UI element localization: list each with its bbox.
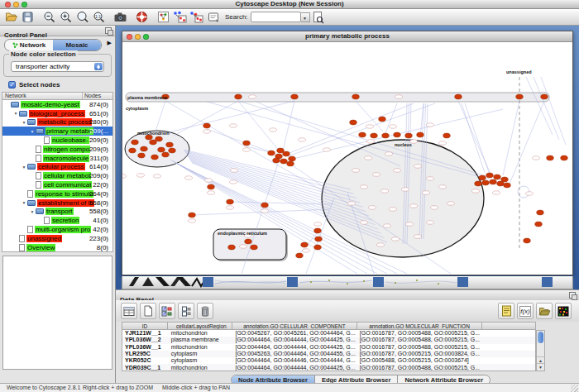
node-color-dropdown[interactable]: transporter activity <box>11 61 104 72</box>
graph-node[interactable] <box>138 153 146 158</box>
graph-node[interactable] <box>245 239 252 244</box>
column-cellular-component[interactable]: annotation.GO CELLULAR_COMPONENT <box>232 322 357 330</box>
network-overview-icon[interactable] <box>156 10 171 25</box>
graph-node[interactable] <box>287 161 294 166</box>
table-row[interactable]: YLR295Ccytoplasm[GO:0045263, GO:0044464,… <box>122 351 535 357</box>
graph-node[interactable] <box>497 181 505 186</box>
tree-header-nodes[interactable]: Nodes <box>83 93 112 99</box>
save-icon[interactable] <box>20 10 36 25</box>
graph-node[interactable] <box>443 133 451 138</box>
graph-node[interactable] <box>494 174 501 179</box>
birdseye-view[interactable] <box>2 256 112 370</box>
tree-row[interactable]: nitrogen compo209(0) <box>2 145 112 154</box>
matrix-icon[interactable] <box>555 303 572 319</box>
tree-row[interactable]: ▼metabolic process280(0) <box>2 118 112 127</box>
table-row[interactable]: YKR052Ccytoplasm[GO:0044464, GO:0044446,… <box>122 357 535 364</box>
minimize-window-icon[interactable] <box>13 2 19 7</box>
tab-mosaic[interactable]: Mosaic <box>53 40 101 50</box>
graph-node[interactable] <box>504 183 511 188</box>
graph-node[interactable] <box>455 94 462 99</box>
expand-arrow-icon[interactable]: ▼ <box>21 165 27 170</box>
graph-node[interactable] <box>162 152 170 157</box>
table-row[interactable]: YPL036W__2plasma membrane[GO:0044464, GO… <box>122 337 535 343</box>
graph-node[interactable] <box>291 94 299 99</box>
graph-node[interactable] <box>561 155 568 160</box>
graph-node[interactable] <box>280 159 288 164</box>
tree-row[interactable]: ▼cellular process614(0) <box>2 163 112 172</box>
column-id[interactable]: ID <box>122 322 168 330</box>
graph-node[interactable] <box>283 151 290 156</box>
zoom-selected-icon[interactable] <box>74 10 90 25</box>
minimize-view-icon[interactable] <box>135 34 141 40</box>
resize-grip[interactable] <box>571 385 578 392</box>
close-view-icon[interactable] <box>127 34 132 40</box>
table-row[interactable]: YPL036W__1mitochondrion[GO:0044464, GO:0… <box>122 344 535 351</box>
graph-node[interactable] <box>189 213 196 218</box>
graph-node[interactable] <box>261 203 269 208</box>
graph-node[interactable] <box>268 151 275 155</box>
column-molecular-function[interactable]: annotation.GO MOLECULAR_FUNCTION <box>357 322 482 330</box>
search-dropdown-button[interactable]: ▼ <box>301 12 310 22</box>
graph-node[interactable] <box>547 155 554 160</box>
tree-row[interactable]: nucleobase-209(0) <box>2 136 112 145</box>
tree-header-network[interactable]: Network <box>2 93 83 99</box>
graph-node[interactable] <box>273 158 280 163</box>
tree-row[interactable]: ▼establishment of lo558(0) <box>2 198 112 208</box>
zoom-in-icon[interactable] <box>58 10 74 25</box>
import-attributes-icon[interactable] <box>536 303 553 319</box>
table-scrollbar[interactable]: ▲ ▼ <box>536 330 545 371</box>
graph-node[interactable] <box>301 242 309 247</box>
notes-icon[interactable] <box>498 303 514 319</box>
graph-node[interactable] <box>227 199 234 204</box>
graph-node[interactable] <box>314 228 322 233</box>
layout-forward-icon[interactable] <box>172 10 188 25</box>
graph-node[interactable] <box>516 94 524 99</box>
open-icon[interactable] <box>3 10 19 25</box>
graph-node[interactable] <box>315 237 323 241</box>
network-window-titlebar[interactable]: primary metabolic process <box>122 31 572 42</box>
graph-node[interactable] <box>417 132 424 137</box>
graph-node[interactable] <box>141 146 148 151</box>
select-attributes-icon[interactable] <box>159 303 175 319</box>
function-builder-icon[interactable]: f(x) <box>517 303 534 319</box>
tree-row[interactable]: ▼biological_process651(0) <box>2 109 112 118</box>
graph-node[interactable] <box>501 177 509 182</box>
graph-node[interactable] <box>482 180 490 185</box>
tree-row[interactable]: macromolecule311(0) <box>2 154 112 163</box>
help-icon[interactable] <box>134 10 150 25</box>
zoom-out-icon[interactable] <box>41 10 57 25</box>
graph-node[interactable] <box>350 120 357 125</box>
graph-node[interactable] <box>296 253 304 258</box>
graph-node[interactable] <box>486 173 494 178</box>
graph-node[interactable] <box>277 148 285 153</box>
graph-node[interactable] <box>541 94 548 99</box>
graph-node[interactable] <box>405 133 413 138</box>
tab-network[interactable]: Network <box>5 40 53 50</box>
tab-overflow-button[interactable]: ▶ <box>108 40 112 46</box>
network-canvas[interactable]: plasma membranecytoplasmmitochondrionnuc… <box>122 42 572 275</box>
graph-node[interactable] <box>379 117 386 122</box>
tree-row[interactable]: Overview8(0) <box>2 243 112 252</box>
graph-node[interactable] <box>169 148 176 153</box>
unselect-attributes-icon[interactable] <box>178 303 194 319</box>
graph-node[interactable] <box>151 155 159 160</box>
tree-row[interactable]: ▼transport558(0) <box>2 208 112 217</box>
tree-row[interactable]: secretion41(0) <box>2 216 112 225</box>
graph-node[interactable] <box>251 245 258 250</box>
layout-back-icon[interactable] <box>189 10 204 25</box>
select-nodes-checkbox[interactable] <box>8 81 16 88</box>
graph-node[interactable] <box>352 94 360 99</box>
new-attribute-icon[interactable] <box>140 303 156 319</box>
tree-row[interactable]: mosaic-demo-yeast874(0) <box>2 100 112 109</box>
annotation-icon[interactable] <box>205 10 221 25</box>
delete-attribute-icon[interactable] <box>197 303 213 319</box>
maximize-window-icon[interactable] <box>22 2 27 7</box>
graph-node[interactable] <box>479 175 486 180</box>
graph-node[interactable] <box>203 123 211 128</box>
float-panel-icon[interactable] <box>569 292 576 299</box>
graph-node[interactable] <box>132 140 139 145</box>
graph-node[interactable] <box>524 238 531 243</box>
tree-row[interactable]: response to stimulu264(0) <box>2 189 112 198</box>
tree-row[interactable]: multi-organism pro42(0) <box>2 225 112 234</box>
graph-node[interactable] <box>129 148 136 153</box>
